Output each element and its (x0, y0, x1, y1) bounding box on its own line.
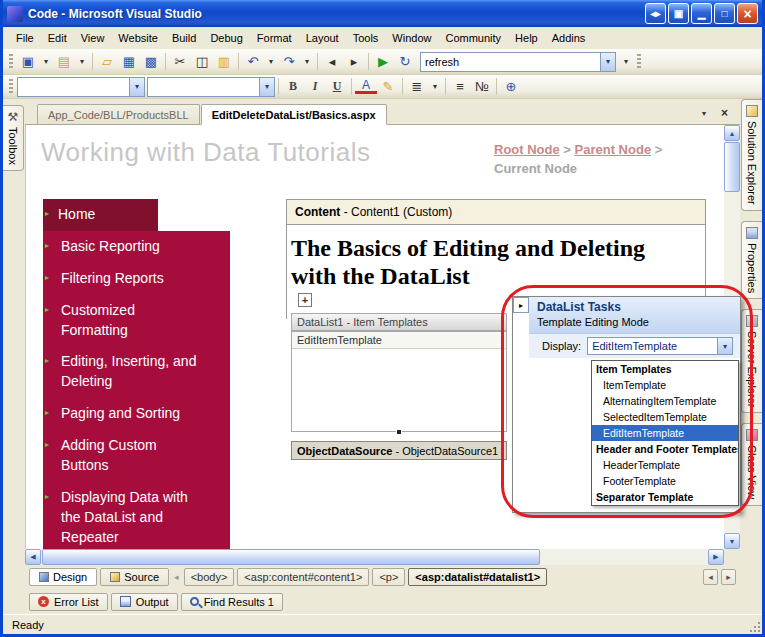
nav-item-basic-reporting[interactable]: ▸ Basic Reporting (43, 231, 230, 263)
redo-icon[interactable]: ↷ (278, 52, 300, 72)
menu-item-debug[interactable]: Debug (203, 28, 249, 48)
design-view-button[interactable]: Design (29, 568, 97, 586)
undo-icon[interactable]: ↶ (242, 52, 264, 72)
menu-item-community[interactable]: Community (438, 28, 508, 48)
output-tab[interactable]: Output (111, 593, 178, 611)
close-button[interactable]: × (737, 3, 758, 24)
minimize-button[interactable]: ▁ (691, 3, 712, 24)
dropdown-option-footertemplate[interactable]: FooterTemplate (592, 473, 738, 489)
scroll-left-icon[interactable]: ◀ (25, 549, 41, 565)
dropdown-option-alternatingitemtemplate[interactable]: AlternatingItemTemplate (592, 393, 738, 409)
new-project-dropdown-icon[interactable]: ▾ (39, 52, 53, 72)
smart-tag-icon[interactable]: ▸ (513, 297, 529, 313)
navigate-forward-icon[interactable]: ▸ (343, 52, 365, 72)
nav-item-filtering-reports[interactable]: ▸ Filtering Reports (43, 263, 230, 295)
numbered-list-icon[interactable]: № (471, 77, 493, 97)
add-item-icon[interactable]: ▤ (53, 52, 75, 72)
nav-item-customized-formatting[interactable]: ▸ Customized Formatting (43, 295, 230, 347)
schema-dropdown-icon[interactable]: ▾ (129, 78, 144, 96)
copy-icon[interactable]: ◫ (191, 52, 213, 72)
save-all-icon[interactable]: ▩ (140, 52, 162, 72)
vertical-scroll-thumb[interactable] (724, 142, 740, 192)
quick-find-combobox[interactable]: refresh ▾ (420, 52, 616, 72)
toolbar-options-icon[interactable]: ▾ (619, 52, 633, 72)
display-dropdown-icon[interactable]: ▾ (717, 338, 732, 354)
tab-basics-aspx[interactable]: EditDeleteDataList/Basics.aspx (201, 104, 387, 125)
bold-icon[interactable]: B (282, 77, 304, 97)
target-schema-combobox[interactable]: ▾ (17, 77, 145, 97)
cut-icon[interactable]: ✂ (169, 52, 191, 72)
font-name-combobox[interactable]: ▾ (147, 77, 275, 97)
menu-item-tools[interactable]: Tools (346, 28, 386, 48)
align-dropdown-icon[interactable]: ▾ (428, 77, 442, 97)
nav-item-editing-inserting-deleting[interactable]: ▸ Editing, Inserting, and Deleting (43, 346, 230, 398)
content-placeholder-header[interactable]: Content - Content1 (Custom) (287, 200, 705, 225)
toolbar-grip[interactable] (9, 79, 13, 95)
redo-dropdown-icon[interactable]: ▾ (300, 52, 314, 72)
new-project-icon[interactable]: ▣ (17, 52, 39, 72)
menu-item-format[interactable]: Format (250, 28, 299, 48)
close-document-icon[interactable]: × (721, 106, 728, 120)
toolbox-tab[interactable]: ⚒ Toolbox (3, 105, 24, 171)
pan-arrows-button[interactable]: ◂▸ (645, 3, 666, 24)
solution-explorer-tab[interactable]: Solution Explorer (741, 99, 762, 211)
edit-item-template-region[interactable]: EditItemTemplate (291, 331, 507, 432)
datalist-header[interactable]: DataList1 - Item Templates (291, 313, 507, 331)
maximize-button[interactable]: □ (714, 3, 735, 24)
tag-scroll-left-icon[interactable]: ◂ (703, 569, 718, 585)
menu-item-view[interactable]: View (74, 28, 112, 48)
nav-item-paging-sorting[interactable]: ▸ Paging and Sorting (43, 398, 230, 430)
tag-scroll-right-icon[interactable]: ▸ (721, 569, 736, 585)
scroll-right-icon[interactable]: ▶ (708, 549, 724, 565)
window-mode-button[interactable]: ▣ (668, 3, 689, 24)
find-results-tab[interactable]: Find Results 1 (181, 593, 283, 611)
hyperlink-icon[interactable]: ⊕ (500, 77, 522, 97)
move-handle-icon[interactable]: + (298, 293, 312, 307)
refresh-browser-icon[interactable]: ↻ (394, 52, 416, 72)
menu-item-file[interactable]: File (9, 28, 41, 48)
error-list-tab[interactable]: x Error List (29, 593, 108, 611)
tag-navigate-back-icon[interactable]: ◂ (174, 572, 179, 582)
menu-item-edit[interactable]: Edit (41, 28, 74, 48)
menu-item-build[interactable]: Build (165, 28, 203, 48)
toolbar-grip[interactable] (9, 54, 13, 70)
toolbar-grip[interactable] (637, 54, 641, 70)
undo-dropdown-icon[interactable]: ▾ (264, 52, 278, 72)
dropdown-option-itemtemplate[interactable]: ItemTemplate (592, 377, 738, 393)
align-icon[interactable]: ≣ (406, 77, 428, 97)
menu-item-addins[interactable]: Addins (545, 28, 593, 48)
scroll-down-icon[interactable]: ▼ (724, 533, 740, 549)
quick-find-input[interactable]: refresh (421, 56, 600, 68)
resize-grip[interactable] (748, 620, 761, 633)
dropdown-option-edititemtemplate[interactable]: EditItemTemplate (592, 425, 738, 441)
menu-item-window[interactable]: Window (385, 28, 438, 48)
add-item-dropdown-icon[interactable]: ▾ (75, 52, 89, 72)
bullet-list-icon[interactable]: ≡ (449, 77, 471, 97)
class-view-tab[interactable]: Class View (741, 423, 762, 505)
server-explorer-tab[interactable]: Server Explorer (741, 309, 762, 413)
dropdown-option-headertemplate[interactable]: HeaderTemplate (592, 457, 738, 473)
dropdown-option-selecteditemtemplate[interactable]: SelectedItemTemplate (592, 409, 738, 425)
start-debug-icon[interactable]: ▶ (372, 52, 394, 72)
menu-item-help[interactable]: Help (508, 28, 545, 48)
source-view-button[interactable]: Source (100, 568, 169, 586)
edit-item-template-label[interactable]: EditItemTemplate (292, 332, 506, 349)
save-icon[interactable]: ▦ (118, 52, 140, 72)
display-combobox[interactable]: EditItemTemplate ▾ (587, 337, 733, 355)
menu-item-layout[interactable]: Layout (299, 28, 346, 48)
nav-item-home[interactable]: ▸ Home (43, 199, 158, 231)
menu-item-website[interactable]: Website (111, 28, 165, 48)
font-color-icon[interactable]: A (355, 79, 377, 94)
underline-icon[interactable]: U (326, 77, 348, 97)
font-dropdown-icon[interactable]: ▾ (259, 78, 274, 96)
italic-icon[interactable]: I (304, 77, 326, 97)
properties-tab[interactable]: Properties (741, 221, 762, 299)
chevron-down-icon[interactable]: ▾ (702, 109, 706, 118)
paste-icon[interactable]: ▥ (213, 52, 235, 72)
resize-handle[interactable] (396, 429, 402, 435)
open-file-icon[interactable]: ▱ (96, 52, 118, 72)
nav-item-adding-custom-buttons[interactable]: ▸ Adding Custom Buttons (43, 430, 230, 482)
highlight-icon[interactable]: ✎ (377, 77, 399, 97)
nav-item-displaying-data[interactable]: ▸ Displaying Data with the DataList and … (43, 482, 230, 549)
horizontal-scrollbar[interactable]: ◀ ▶ (25, 549, 724, 565)
